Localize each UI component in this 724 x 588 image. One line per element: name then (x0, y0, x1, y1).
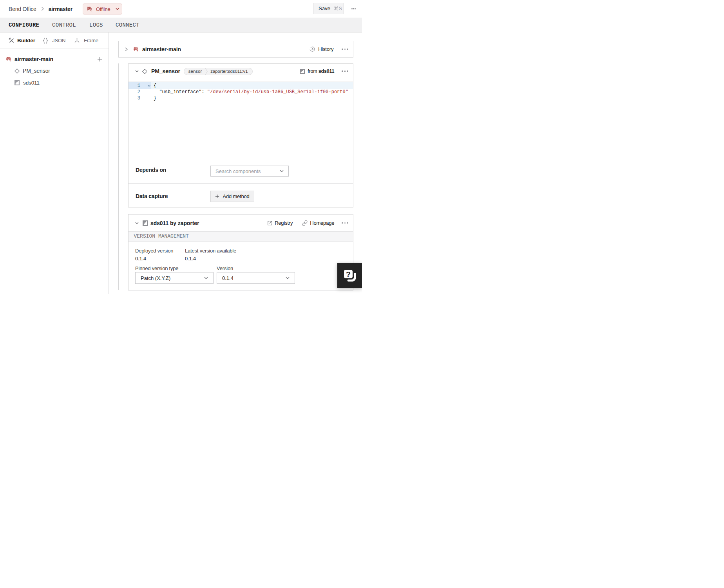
svg-text:?: ? (346, 270, 350, 279)
